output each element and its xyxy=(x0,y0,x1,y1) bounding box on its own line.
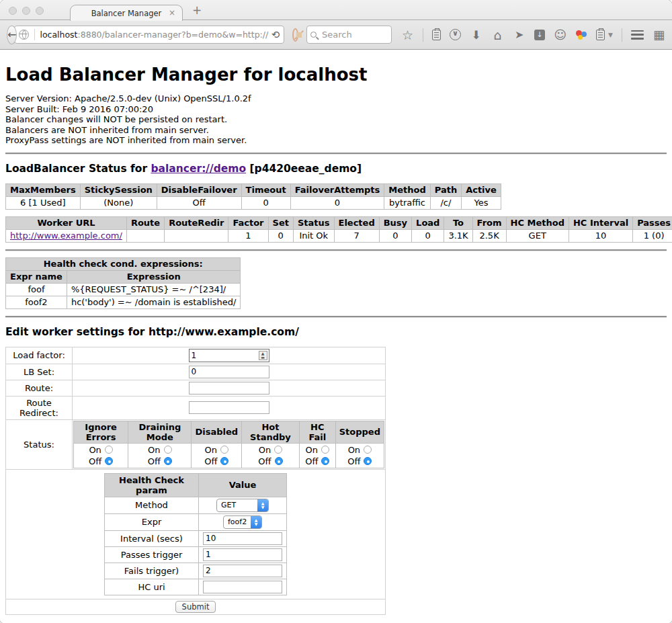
hc-uri-input[interactable] xyxy=(203,581,282,593)
column-header: Elected xyxy=(334,216,379,229)
load-factor-value: 1 xyxy=(190,351,259,360)
form-row-health-check: Health Check param Value Method GET ▲▼ xyxy=(6,469,386,599)
radio-row: On Off On Off On Off xyxy=(74,443,384,468)
save-page-icon[interactable]: ↓ xyxy=(534,30,545,40)
radio-label: Off xyxy=(347,456,360,466)
route-label: Route: xyxy=(6,380,73,396)
form-row-status: Status: Ignore Errors Draining Mode Disa… xyxy=(6,419,386,469)
balancer-demo-link[interactable]: balancer://demo xyxy=(151,163,246,175)
divider xyxy=(423,28,423,42)
submit-button[interactable]: Submit xyxy=(175,601,216,613)
status-col-draining-mode: On Off xyxy=(128,443,192,468)
table-header-row: Worker URL Route RouteRedir Factor Set S… xyxy=(6,216,672,229)
status-col-disabled: On Off xyxy=(192,443,242,468)
hc-fails-input[interactable] xyxy=(203,565,282,577)
url-bar[interactable]: localhost:8880/balancer-manager?b=demo&w… xyxy=(14,26,284,44)
url-text[interactable]: localhost:8880/balancer-manager?b=demo&w… xyxy=(40,30,268,40)
column-header: Factor xyxy=(228,216,268,229)
clipboard-extension-icon[interactable] xyxy=(596,30,605,40)
edit-worker-form: Load factor: 1 ▲▬ LB Set: Route: Route R… xyxy=(5,347,386,615)
hot-standby-on-radio[interactable] xyxy=(274,446,282,454)
disabled-off-radio[interactable] xyxy=(220,457,228,465)
menu-button[interactable] xyxy=(631,30,644,40)
hc-passes-input[interactable] xyxy=(203,548,282,561)
lb-set-input[interactable] xyxy=(189,366,269,378)
divider xyxy=(5,153,667,155)
hc-expr-select[interactable]: foof2 ▲▼ xyxy=(223,515,262,529)
tab-balancer-manager[interactable]: Balancer Manager × xyxy=(70,5,183,21)
stopped-on-radio[interactable] xyxy=(364,446,372,454)
hc-fail-on-radio[interactable] xyxy=(321,446,329,454)
worker-url-link[interactable]: http://www.example.com/ xyxy=(10,231,122,241)
radio-label: On xyxy=(259,445,271,455)
radio-label: Off xyxy=(148,456,161,466)
adblock-disabled-icon[interactable] xyxy=(292,28,298,42)
route-redirect-input[interactable] xyxy=(189,401,269,414)
expr-value: hc('body') =~ /domain is established/ xyxy=(67,296,241,308)
tab-close-icon[interactable]: × xyxy=(169,8,175,17)
column-header: Value xyxy=(199,473,287,497)
path-value: /c/ xyxy=(430,196,461,209)
url-rest: :8880/balancer-manager?b=demo&w=http://w… xyxy=(78,30,269,40)
ignore-errors-on-radio[interactable] xyxy=(105,446,113,454)
hc-expr-label: Expr xyxy=(105,513,199,530)
new-tab-button[interactable]: + xyxy=(192,3,202,17)
minimize-window-button[interactable] xyxy=(22,7,30,15)
extension-dots-icon[interactable] xyxy=(575,30,587,40)
expr-name: foof2 xyxy=(6,296,67,308)
bookmarks-list-icon[interactable] xyxy=(432,30,441,40)
status-col-ignore-errors: On Off xyxy=(74,443,128,468)
column-header: To xyxy=(444,216,472,229)
route-input[interactable] xyxy=(189,382,269,394)
stopped-off-radio[interactable] xyxy=(364,457,372,465)
close-window-button[interactable] xyxy=(9,7,17,15)
bookmark-star-icon[interactable]: ☆ xyxy=(401,29,414,41)
pocket-icon[interactable] xyxy=(450,29,461,40)
proxypass-warning-line: ProxyPass settings are NOT inherited fro… xyxy=(5,135,667,146)
radio-label: On xyxy=(306,445,318,455)
hc-expr-selected-value: foof2 xyxy=(224,517,251,526)
load-factor-input[interactable]: 1 ▲▬ xyxy=(189,349,269,362)
server-version-line: Server Version: Apache/2.5.0-dev (Unix) … xyxy=(5,93,667,104)
draining-mode-on-radio[interactable] xyxy=(164,446,172,454)
worker-table: Worker URL Route RouteRedir Factor Set S… xyxy=(5,216,672,243)
expr-table-title: Health check cond. expressions: xyxy=(6,257,241,270)
divider xyxy=(5,316,667,318)
balancers-warning-line: Balancers are NOT inherited from main se… xyxy=(5,125,667,136)
downloads-icon[interactable]: ⬇ xyxy=(470,29,482,41)
send-icon[interactable]: ➤ xyxy=(513,29,526,41)
reload-button[interactable]: ⟳ xyxy=(271,29,280,41)
radio-label: Off xyxy=(89,456,101,466)
column-header: From xyxy=(472,216,506,229)
disabled-on-radio[interactable] xyxy=(220,446,228,454)
hot-standby-off-radio[interactable] xyxy=(275,457,283,465)
back-button[interactable]: ← xyxy=(7,26,17,44)
tab-bar: Balancer Manager × + xyxy=(0,0,672,20)
column-header: Active xyxy=(462,183,501,196)
to-value: 3.1K xyxy=(444,229,472,242)
hc-passes-label: Passes trigger xyxy=(105,546,199,563)
radio-label: On xyxy=(348,445,360,455)
search-input[interactable] xyxy=(321,29,388,40)
grid-extension-icon[interactable]: ▦ xyxy=(653,29,665,41)
form-row-route: Route: xyxy=(6,380,386,396)
column-header: MaxMembers xyxy=(6,183,81,196)
feedback-smiley-icon[interactable]: ☺ xyxy=(554,29,566,41)
stickysession-value: (None) xyxy=(80,196,157,209)
home-icon[interactable]: ⌂ xyxy=(491,29,504,41)
ignore-errors-off-radio[interactable] xyxy=(105,457,113,465)
hc-interval-input[interactable] xyxy=(203,532,282,545)
toolbar-icons: ☆ ⬇ ⌂ ➤ ↓ ☺ ▼ ▦ xyxy=(401,28,665,42)
hc-method-select[interactable]: GET ▲▼ xyxy=(216,499,269,512)
radio-label: Off xyxy=(258,456,271,466)
number-spinner-icon[interactable]: ▲▬ xyxy=(259,351,267,360)
column-header: Hot Standby xyxy=(242,421,300,443)
column-header: Method xyxy=(384,183,430,196)
draining-mode-off-radio[interactable] xyxy=(164,457,172,465)
hc-fail-off-radio[interactable] xyxy=(321,457,329,465)
chevron-down-icon[interactable]: ▼ xyxy=(608,32,613,38)
lb-status-heading-prefix: LoadBalancer Status for xyxy=(5,163,151,175)
hc-interval-value: 10 xyxy=(569,229,632,242)
timeout-value: 0 xyxy=(241,196,290,209)
zoom-window-button[interactable] xyxy=(36,7,44,15)
